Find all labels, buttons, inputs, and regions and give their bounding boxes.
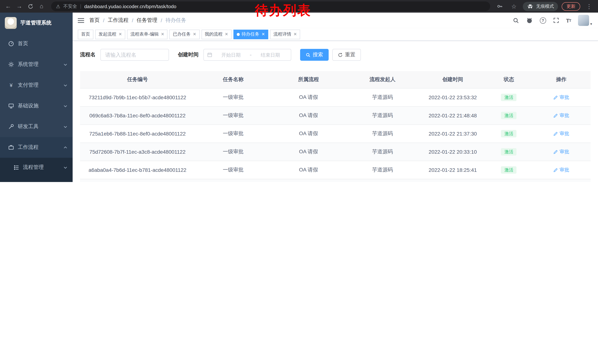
date-range-picker[interactable]: - bbox=[203, 49, 291, 61]
close-icon[interactable]: ✕ bbox=[225, 32, 228, 37]
browser-chrome: ← → ⌂ ⚠ 不安全 | dashboard.yudao.iocoder.cn… bbox=[0, 0, 598, 13]
tab-todo-tasks[interactable]: 待办任务✕ bbox=[233, 29, 268, 39]
monitor-icon bbox=[8, 103, 14, 109]
tab-done-tasks[interactable]: 已办任务✕ bbox=[169, 29, 199, 39]
start-date-input[interactable] bbox=[214, 52, 248, 57]
sidebar-item-devtools[interactable]: 研发工具 bbox=[0, 116, 73, 137]
github-icon[interactable] bbox=[526, 17, 533, 24]
tab-process-detail[interactable]: 流程详情✕ bbox=[270, 29, 300, 39]
tab-form-edit[interactable]: 流程表单-编辑✕ bbox=[127, 29, 167, 39]
chevron-down-icon bbox=[63, 62, 67, 66]
browser-back-button[interactable]: ← bbox=[3, 1, 13, 11]
sidebar-item-payment[interactable]: ¥ 支付管理 bbox=[0, 75, 73, 96]
address-bar[interactable]: ⚠ 不安全 | dashboard.yudao.iocoder.cn/bpm/t… bbox=[51, 1, 490, 11]
column-process: 所属流程 bbox=[271, 71, 346, 88]
status-badge: 激活 bbox=[501, 148, 517, 155]
workflow-submenu: 流程管理 任务管理 我的流程 bbox=[0, 158, 73, 182]
filter-time-label: 创建时间 bbox=[178, 51, 199, 58]
column-task-id: 任务编号 bbox=[80, 71, 195, 88]
fullscreen-icon[interactable] bbox=[553, 17, 559, 23]
tab-home[interactable]: 首页 bbox=[78, 29, 93, 39]
created-time-cell: 2022-01-22 18:25:41 bbox=[420, 161, 486, 179]
edit-pen-icon bbox=[553, 95, 558, 100]
breadcrumb-home[interactable]: 首页 bbox=[89, 17, 100, 24]
sidebar-item-home[interactable]: 首页 bbox=[0, 33, 73, 54]
range-separator: - bbox=[250, 51, 252, 58]
edit-pen-icon bbox=[553, 168, 558, 172]
security-warning-label: 不安全 bbox=[63, 3, 77, 9]
approve-link[interactable]: 审批 bbox=[553, 130, 569, 137]
task-id-cell: 725a1eb6-7b88-11ec-8ef0-acde48001122 bbox=[80, 125, 195, 143]
search-button[interactable]: 搜索 bbox=[300, 49, 329, 61]
approve-link[interactable]: 审批 bbox=[553, 112, 569, 119]
topbar: 首页 / 工作流程 / 任务管理 / 待办任务 ? bbox=[73, 13, 598, 28]
task-name-cell: 一级审批 bbox=[195, 125, 271, 143]
close-icon[interactable]: ✕ bbox=[193, 32, 196, 37]
dashboard-icon bbox=[8, 41, 14, 47]
initiator-cell: 芋道源码 bbox=[346, 161, 420, 179]
user-menu[interactable]: ▾ bbox=[578, 15, 592, 26]
collapse-sidebar-button[interactable] bbox=[78, 18, 84, 23]
active-dot bbox=[237, 33, 240, 36]
breadcrumb-task-mgmt[interactable]: 任务管理 bbox=[137, 17, 158, 24]
end-date-input[interactable] bbox=[253, 52, 288, 57]
process-cell: OA 请假 bbox=[271, 161, 346, 179]
sidebar-item-workflow[interactable]: 工作流程 bbox=[0, 137, 73, 158]
browser-menu-button[interactable]: ⋮ bbox=[584, 1, 594, 11]
action-cell: 审批 bbox=[532, 107, 590, 124]
tab-my-process[interactable]: 我的流程✕ bbox=[201, 29, 231, 39]
sidebar-item-infrastructure[interactable]: 基础设施 bbox=[0, 96, 73, 116]
tool-icon bbox=[8, 124, 14, 129]
sidebar-item-task-mgmt[interactable]: 任务管理 bbox=[0, 177, 73, 182]
password-key-icon[interactable] bbox=[495, 1, 505, 11]
edit-pen-icon bbox=[553, 131, 558, 136]
bookmark-star-icon[interactable]: ☆ bbox=[509, 1, 519, 11]
close-icon[interactable]: ✕ bbox=[293, 32, 297, 37]
action-cell: 审批 bbox=[532, 179, 590, 182]
browser-forward-button[interactable]: → bbox=[14, 1, 25, 11]
column-created: 创建时间 bbox=[420, 71, 486, 88]
action-cell: 审批 bbox=[532, 161, 590, 179]
app-logo-row[interactable]: 芋道管理系统 bbox=[0, 13, 73, 33]
breadcrumb-workflow[interactable]: 工作流程 bbox=[108, 17, 129, 24]
close-icon[interactable]: ✕ bbox=[262, 32, 265, 37]
table-row: 75d72608-7b7f-11ec-a3c8-acde48001122 一级审… bbox=[80, 143, 590, 161]
page-url: dashboard.yudao.iocoder.cn/bpm/task/todo bbox=[84, 4, 176, 9]
column-action: 操作 bbox=[532, 71, 590, 88]
list-icon bbox=[13, 164, 19, 170]
chevron-down-icon bbox=[63, 83, 67, 87]
table-row: a6aba0a4-7b6d-11ec-b781-acde48001122 一级审… bbox=[80, 161, 590, 179]
approve-link[interactable]: 审批 bbox=[553, 148, 569, 155]
approve-link[interactable]: 审批 bbox=[553, 167, 569, 173]
initiator-cell: 芋道源码 bbox=[346, 107, 420, 124]
task-id-cell: 73211d9d-7b9b-11ec-b5b7-acde48001122 bbox=[80, 89, 195, 106]
close-icon[interactable]: ✕ bbox=[119, 32, 122, 37]
process-name-input[interactable] bbox=[100, 49, 169, 61]
incognito-label: 无痕模式 bbox=[536, 3, 554, 9]
help-icon[interactable]: ? bbox=[540, 17, 546, 24]
approve-link[interactable]: 审批 bbox=[553, 94, 569, 101]
column-initiator: 流程发起人 bbox=[346, 71, 420, 88]
content-area: 流程名 创建时间 - 搜索 重置 bbox=[73, 41, 598, 182]
update-button[interactable]: 更新 bbox=[562, 2, 580, 11]
close-icon[interactable]: ✕ bbox=[161, 32, 164, 37]
search-icon[interactable] bbox=[513, 17, 519, 24]
font-size-icon[interactable]: TT bbox=[566, 17, 571, 24]
browser-home-button[interactable]: ⌂ bbox=[36, 1, 47, 11]
security-warning-icon: ⚠ bbox=[56, 4, 60, 9]
table-row: 73211d9d-7b9b-11ec-b5b7-acde48001122 一级审… bbox=[80, 88, 590, 106]
browser-refresh-button[interactable] bbox=[25, 1, 36, 11]
created-time-cell: 2022-01-22 20:33:10 bbox=[420, 143, 486, 161]
tab-start-process[interactable]: 发起流程✕ bbox=[95, 29, 125, 39]
reset-button[interactable]: 重置 bbox=[332, 49, 361, 61]
status-badge: 激活 bbox=[501, 166, 517, 174]
column-status: 状态 bbox=[486, 71, 532, 88]
sidebar-item-system[interactable]: 系统管理 bbox=[0, 54, 73, 75]
refresh-icon bbox=[28, 4, 33, 9]
app-logo bbox=[5, 17, 17, 29]
breadcrumb: 首页 / 工作流程 / 任务管理 / 待办任务 bbox=[89, 17, 186, 24]
sidebar-item-process-mgmt[interactable]: 流程管理 bbox=[0, 158, 73, 177]
chevron-down-icon bbox=[63, 125, 67, 129]
user-avatar bbox=[578, 15, 589, 26]
briefcase-icon bbox=[8, 145, 14, 150]
